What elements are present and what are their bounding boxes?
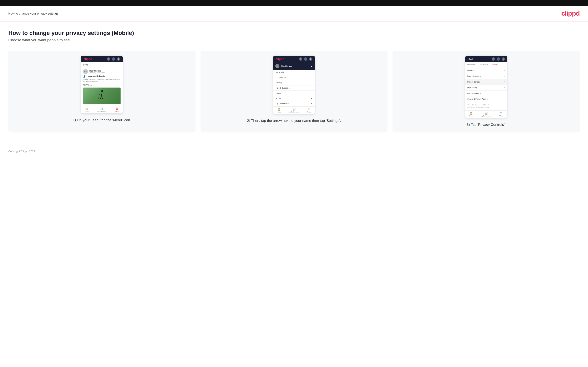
lesson-title: 👤 Lesson with Fordy (83, 75, 121, 78)
svg-line-3 (102, 96, 103, 99)
user-icon-2: 👤 (304, 57, 307, 61)
tab-settings[interactable]: Settings (490, 62, 501, 67)
settings-item-account[interactable]: My Account › (465, 67, 507, 73)
step-3-caption: 3) Tap 'Privacy Controls'. (467, 122, 506, 127)
nav-performance[interactable]: 📊 My Performance (97, 107, 107, 112)
feed-user-sub: Yesterday · Sunningdale (89, 72, 105, 73)
svg-point-0 (101, 90, 103, 92)
step-1-card: clippd 🔍 👤 ⚙ Feed BM Blair McHarg (8, 51, 196, 133)
settings-item-data[interactable]: Data Integrations › (465, 73, 507, 79)
menu-item-settings[interactable]: Settings (273, 80, 315, 85)
settings-item-help[interactable]: Help & Support ↗ (465, 91, 507, 96)
page-heading: How to change your privacy settings (Mob… (8, 30, 580, 36)
menu-item-profile[interactable]: My Profile (273, 70, 315, 75)
chevron-up-icon: ▲ (311, 65, 313, 67)
user-icon-3: 👤 (497, 57, 500, 61)
clippd-logo: clippd (561, 9, 580, 17)
version-line-2: GQL Server Version: 2022.7.30-1 (467, 106, 505, 108)
copyright: Copyright Clippd 2022 (8, 150, 35, 153)
menu-item-help[interactable]: Help & Support ↗ (273, 85, 315, 91)
nav-performance-3[interactable]: 📊 My Performance (481, 112, 492, 117)
step-1-phone: clippd 🔍 👤 ⚙ Feed BM Blair McHarg (81, 56, 123, 113)
svg-line-5 (99, 95, 99, 99)
app-logo: clippd (84, 57, 92, 61)
settings-back-nav: < Back 🔍 👤 ⚙ (465, 56, 507, 62)
page-header: How to change your privacy settings clip… (0, 6, 588, 21)
feed-avatar: BM (83, 69, 88, 74)
settings-item-privacy[interactable]: Privacy Controls › (465, 79, 507, 85)
privacy-controls-label: Privacy Controls (467, 81, 480, 83)
menu-item-logout[interactable]: Logout (273, 91, 315, 96)
chart-icon-2: 📊 (293, 108, 296, 111)
nav-menu[interactable]: ☰ Menu (115, 107, 119, 112)
search-icon-2: 🔍 (299, 57, 302, 61)
main-content: How to change your privacy settings (Mob… (0, 21, 588, 145)
home-icon-3: 🏠 (469, 112, 473, 115)
golf-bag-label: My Golf Bag (467, 87, 477, 89)
settings-icon-2: ⚙ (309, 57, 312, 61)
step-2-card: clippd 🔍 👤 ⚙ Blair McHarg ▲ (200, 51, 388, 133)
browser-tab-title: How to change your privacy settings (8, 12, 59, 15)
feed-post: BM Blair McHarg Yesterday · Sunningdale … (81, 67, 123, 106)
close-icon: ✕ (308, 108, 310, 111)
back-button[interactable]: < Back (467, 58, 473, 60)
step-2-phone: clippd 🔍 👤 ⚙ Blair McHarg ▲ (273, 56, 315, 114)
lesson-desc: Looking to feel like my hands are exitin… (83, 78, 121, 82)
nav-home-2[interactable]: 🏠 Home (277, 108, 281, 113)
settings-icon: ⚙ (117, 57, 120, 61)
menu-icon-3: ☰ (500, 112, 502, 115)
bottom-nav: 🏠 Home 📊 My Performance ☰ Menu (81, 106, 123, 113)
nav-menu-3[interactable]: ☰ Menu (499, 112, 503, 117)
data-integrations-label: Data Integrations (467, 75, 481, 77)
settings-tabs: My Profile Connections Settings (465, 62, 507, 67)
service-privacy-label: Service & Privacy Policy ↗ (467, 98, 489, 100)
home-icon: 🏠 (85, 107, 88, 110)
golfer-silhouette (98, 90, 106, 102)
chevron-down-icon: ▾ (311, 98, 312, 100)
top-bar (0, 0, 588, 6)
search-icon: 🔍 (107, 57, 110, 61)
settings-icon-3: ⚙ (502, 57, 505, 61)
chevron-right-icon-2: › (504, 75, 505, 77)
step-3-phone: < Back 🔍 👤 ⚙ My Profile Connections Sett… (465, 56, 507, 118)
menu-section-performance[interactable]: My Performance ▾ (273, 101, 315, 107)
menu-section: Home ▾ My Performance ▾ (273, 96, 315, 107)
chevron-down-icon-2: ▾ (311, 103, 312, 105)
nav-close[interactable]: ✕ Menu (307, 108, 311, 113)
nav-icons-2: 🔍 👤 ⚙ (299, 57, 312, 61)
svg-line-1 (102, 92, 102, 96)
tab-my-profile[interactable]: My Profile (465, 62, 477, 67)
search-icon-3: 🔍 (492, 57, 495, 61)
user-icon: 👤 (112, 57, 115, 61)
tab-connections[interactable]: Connections (477, 62, 490, 67)
settings-item-service[interactable]: Service & Privacy Policy ↗ (465, 96, 507, 102)
menu-user-name: Blair McHarg (281, 65, 292, 67)
chevron-right-icon-4: › (504, 86, 505, 89)
version-line-1: Clippd Client Version: 2022.8.3-3 (467, 104, 505, 106)
menu-user-header[interactable]: Blair McHarg ▲ (273, 62, 315, 70)
home-icon-2: 🏠 (277, 108, 281, 111)
feed-user: BM Blair McHarg Yesterday · Sunningdale (83, 69, 121, 74)
menu-item-connections[interactable]: Connections (273, 75, 315, 80)
settings-list: My Account › Data Integrations › Privacy… (465, 67, 507, 102)
my-account-label: My Account (467, 69, 477, 71)
nav-icons-3: 🔍 👤 ⚙ (492, 57, 505, 61)
nav-home[interactable]: 🏠 Home (85, 107, 89, 112)
page-footer: Copyright Clippd 2022 (0, 145, 588, 157)
step-1-caption: 1) On your Feed, tap the 'Menu' icon. (73, 117, 131, 123)
feed-user-info: Blair McHarg Yesterday · Sunningdale (89, 70, 105, 73)
page-subheading: Choose what you want people to see (8, 38, 580, 42)
bottom-nav-2: 🏠 Home 📊 My Performance ✕ Menu (273, 107, 315, 114)
chart-icon: 📊 (100, 107, 104, 110)
nav-icons: 🔍 👤 ⚙ (107, 57, 120, 61)
nav-home-3[interactable]: 🏠 Home (469, 112, 473, 117)
settings-item-golf-bag[interactable]: My Golf Bag › (465, 85, 507, 91)
menu-section-home[interactable]: Home ▾ (273, 96, 315, 101)
nav-performance-2[interactable]: 📊 My Performance (289, 108, 299, 113)
menu-dropdown: My Profile Connections Settings Help & S… (273, 70, 315, 96)
bottom-nav-3: 🏠 Home 📊 My Performance ☰ Menu (465, 110, 507, 118)
feed-tab: Feed (81, 62, 123, 67)
svg-line-4 (99, 93, 101, 95)
menu-icon: ☰ (116, 107, 118, 110)
duration: Duration 01 hr : 30 min (83, 83, 121, 86)
